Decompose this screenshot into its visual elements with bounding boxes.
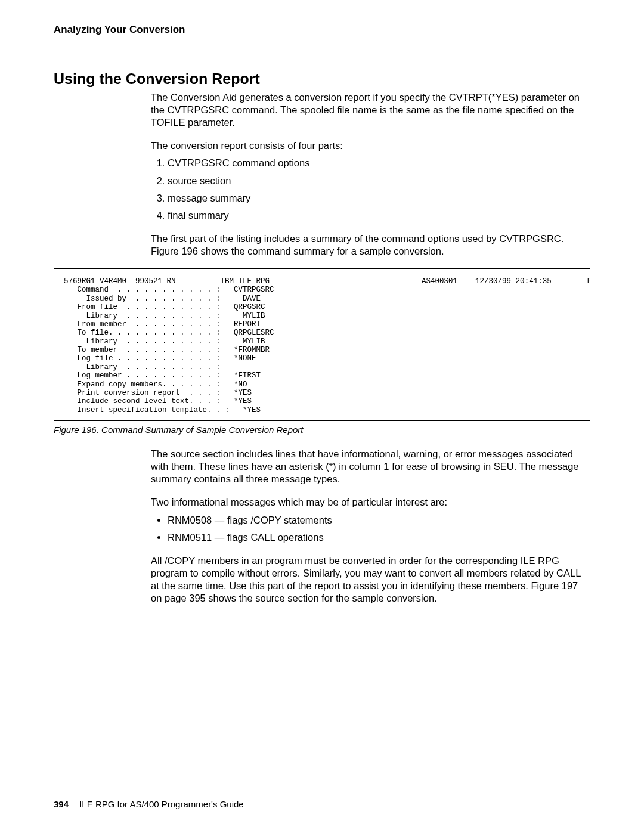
page-footer: 394 ILE RPG for AS/400 Programmer's Guid… <box>54 799 244 809</box>
section-heading: Using the Conversion Report <box>54 70 590 88</box>
figure-196-listing: 5769RG1 V4R4M0 990521 RN IBM ILE RPG AS4… <box>54 268 590 421</box>
page-container: Analyzing Your Conversion Using the Conv… <box>0 0 644 833</box>
body-block-2: The source section includes lines that h… <box>151 448 590 605</box>
bullet-list-messages: RNM0508 — flags /COPY statements RNM0511… <box>151 514 590 544</box>
list-item: RNM0508 — flags /COPY statements <box>168 514 590 527</box>
list-item: final summary <box>168 209 590 222</box>
figure-196-caption: Figure 196. Command Summary of Sample Co… <box>54 425 590 435</box>
paragraph-msg-intro: Two informational messages which may be … <box>151 496 590 509</box>
book-title: ILE RPG for AS/400 Programmer's Guide <box>79 799 243 809</box>
running-header: Analyzing Your Conversion <box>54 24 590 36</box>
paragraph-figure-ref: The first part of the listing includes a… <box>151 233 590 258</box>
paragraph-list-intro: The conversion report consists of four p… <box>151 140 590 152</box>
paragraph-source-section: The source section includes lines that h… <box>151 448 590 485</box>
numbered-list-parts: CVTRPGSRC command options source section… <box>151 157 590 221</box>
paragraph-intro-1: The Conversion Aid generates a conversio… <box>151 91 590 129</box>
list-item: message summary <box>168 192 590 205</box>
body-block-1: The Conversion Aid generates a conversio… <box>151 91 590 258</box>
paragraph-copy-members: All /COPY members in an program must be … <box>151 555 590 605</box>
list-item: RNM0511 — flags CALL operations <box>168 531 590 544</box>
page-number: 394 <box>54 799 69 809</box>
list-item: source section <box>168 175 590 187</box>
list-item: CVTRPGSRC command options <box>168 157 590 169</box>
